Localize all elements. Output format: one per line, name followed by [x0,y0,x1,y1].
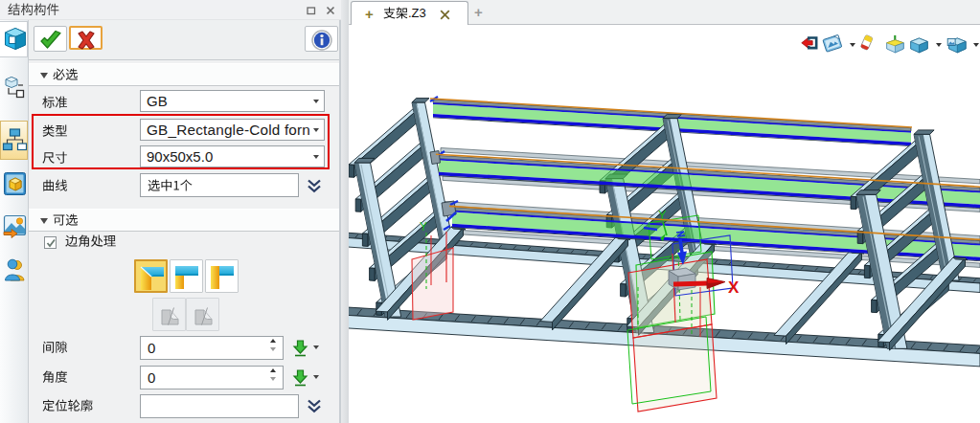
svg-text:Y: Y [658,208,667,222]
svg-text:Y: Y [420,220,427,234]
svg-text:X: X [728,278,740,297]
